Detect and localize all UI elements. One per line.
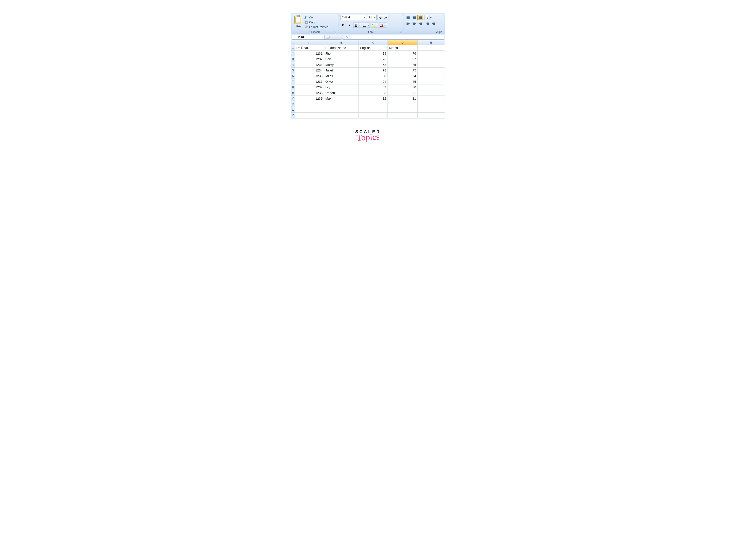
cell-E1[interactable] bbox=[417, 45, 445, 51]
cell-D7[interactable]: 45 bbox=[388, 79, 417, 84]
cell-C9[interactable]: 88 bbox=[359, 90, 388, 96]
cell-B8[interactable]: Lily bbox=[324, 84, 359, 90]
font-dialog-launcher[interactable]: ↘ bbox=[399, 31, 402, 33]
col-header-B[interactable]: B bbox=[324, 40, 359, 45]
row-header[interactable]: 1 bbox=[291, 45, 295, 51]
cell-B5[interactable]: Juliet bbox=[324, 68, 359, 73]
name-box-expand[interactable] bbox=[325, 35, 343, 40]
cell-A4[interactable]: 1233 bbox=[295, 62, 324, 68]
cell-E5[interactable] bbox=[417, 68, 445, 73]
paste-dropdown-caret[interactable]: ▾ bbox=[298, 28, 299, 29]
copy-button[interactable]: Copy bbox=[304, 20, 329, 24]
align-left-button[interactable] bbox=[405, 21, 411, 26]
grow-font-button[interactable]: A▴ bbox=[377, 15, 383, 20]
cell-C7[interactable]: 94 bbox=[359, 79, 388, 84]
cell-E10[interactable] bbox=[417, 96, 445, 101]
row-header[interactable]: 4 bbox=[291, 62, 295, 68]
cell-D3[interactable]: 87 bbox=[388, 56, 417, 62]
borders-dropdown[interactable] bbox=[367, 23, 370, 28]
row-header[interactable]: 5 bbox=[291, 68, 295, 73]
cell-E3[interactable] bbox=[417, 56, 445, 62]
cell-C2[interactable]: 89 bbox=[359, 51, 388, 56]
align-center-button[interactable] bbox=[411, 21, 417, 26]
font-color-dropdown[interactable] bbox=[384, 23, 387, 28]
orientation-button[interactable]: ab bbox=[424, 15, 432, 20]
cell-B2[interactable]: Jhon bbox=[324, 51, 359, 56]
cell-E4[interactable] bbox=[417, 62, 445, 68]
cell-C11[interactable] bbox=[359, 101, 388, 107]
cell-C10[interactable]: 82 bbox=[359, 96, 388, 101]
row-header[interactable]: 12 bbox=[291, 107, 295, 113]
name-box[interactable]: D16 bbox=[292, 35, 325, 40]
align-top-button[interactable] bbox=[405, 15, 411, 20]
cell-A2[interactable]: 1231 bbox=[295, 51, 324, 56]
cell-D4[interactable]: 85 bbox=[388, 62, 417, 68]
format-painter-button[interactable]: Format Painter bbox=[304, 25, 329, 29]
cell-A11[interactable] bbox=[295, 101, 324, 107]
align-right-button[interactable] bbox=[417, 21, 423, 26]
cell-A12[interactable] bbox=[295, 107, 324, 113]
row-header[interactable]: 3 bbox=[291, 56, 295, 62]
clipboard-dialog-launcher[interactable]: ↘ bbox=[334, 31, 337, 33]
cell-B13[interactable] bbox=[324, 113, 359, 118]
cell-C4[interactable]: 58 bbox=[359, 62, 388, 68]
align-bottom-button[interactable] bbox=[417, 15, 423, 20]
cell-C8[interactable]: 83 bbox=[359, 84, 388, 90]
row-header[interactable]: 11 bbox=[291, 101, 295, 107]
cell-A3[interactable]: 1232 bbox=[295, 56, 324, 62]
cell-B11[interactable] bbox=[324, 101, 359, 107]
cell-B4[interactable]: Marry bbox=[324, 62, 359, 68]
cell-D13[interactable] bbox=[388, 113, 417, 118]
insert-function-button[interactable]: fx bbox=[343, 35, 351, 40]
cell-C1[interactable]: English bbox=[359, 45, 388, 51]
cell-E9[interactable] bbox=[417, 90, 445, 96]
cell-C13[interactable] bbox=[359, 113, 388, 118]
cell-B10[interactable]: Max bbox=[324, 96, 359, 101]
cell-A10[interactable]: 1239 bbox=[295, 96, 324, 101]
cell-D2[interactable]: 76 bbox=[388, 51, 417, 56]
select-all-corner[interactable] bbox=[291, 40, 295, 45]
cell-B6[interactable]: Miles bbox=[324, 73, 359, 79]
align-middle-button[interactable] bbox=[411, 15, 417, 20]
row-header[interactable]: 8 bbox=[291, 84, 295, 90]
bold-button[interactable]: B bbox=[340, 23, 346, 28]
cell-A9[interactable]: 1238 bbox=[295, 90, 324, 96]
cell-A5[interactable]: 1234 bbox=[295, 68, 324, 73]
cut-button[interactable]: Cut bbox=[304, 15, 329, 19]
cell-B7[interactable]: Olive bbox=[324, 79, 359, 84]
col-header-D[interactable]: D bbox=[388, 40, 417, 45]
cell-E11[interactable] bbox=[417, 101, 445, 107]
col-header-E[interactable]: E bbox=[417, 40, 445, 45]
cell-D1[interactable]: Maths bbox=[388, 45, 417, 51]
row-header[interactable]: 6 bbox=[291, 73, 295, 79]
cell-D9[interactable]: 91 bbox=[388, 90, 417, 96]
increase-indent-button[interactable] bbox=[430, 21, 436, 26]
cell-D12[interactable] bbox=[388, 107, 417, 113]
shrink-font-button[interactable]: A▾ bbox=[383, 15, 389, 20]
cell-C6[interactable]: 98 bbox=[359, 73, 388, 79]
cell-D6[interactable]: 54 bbox=[388, 73, 417, 79]
cell-A7[interactable]: 1236 bbox=[295, 79, 324, 84]
cell-B3[interactable]: Bob bbox=[324, 56, 359, 62]
col-header-A[interactable]: A bbox=[295, 40, 324, 45]
underline-button[interactable]: U bbox=[353, 23, 361, 28]
cell-B12[interactable] bbox=[324, 107, 359, 113]
cell-D8[interactable]: 88 bbox=[388, 84, 417, 90]
underline-dropdown[interactable] bbox=[359, 23, 361, 28]
orientation-dropdown[interactable] bbox=[429, 15, 432, 20]
cell-A1[interactable]: Roll. No. bbox=[295, 45, 324, 51]
cell-A13[interactable] bbox=[295, 113, 324, 118]
cell-D5[interactable]: 75 bbox=[388, 68, 417, 73]
font-color-button[interactable]: A bbox=[379, 23, 387, 28]
col-header-C[interactable]: C bbox=[359, 40, 388, 45]
row-header[interactable]: 2 bbox=[291, 51, 295, 56]
paste-button[interactable]: Paste ▾ bbox=[294, 15, 302, 29]
row-header[interactable]: 10 bbox=[291, 96, 295, 101]
cell-E8[interactable] bbox=[417, 84, 445, 90]
fill-color-button[interactable] bbox=[370, 23, 378, 28]
font-name-combo[interactable]: Calibri bbox=[340, 15, 366, 20]
cell-E12[interactable] bbox=[417, 107, 445, 113]
decrease-indent-button[interactable] bbox=[424, 21, 430, 26]
italic-button[interactable]: I bbox=[347, 23, 353, 28]
cell-B9[interactable]: Robert bbox=[324, 90, 359, 96]
